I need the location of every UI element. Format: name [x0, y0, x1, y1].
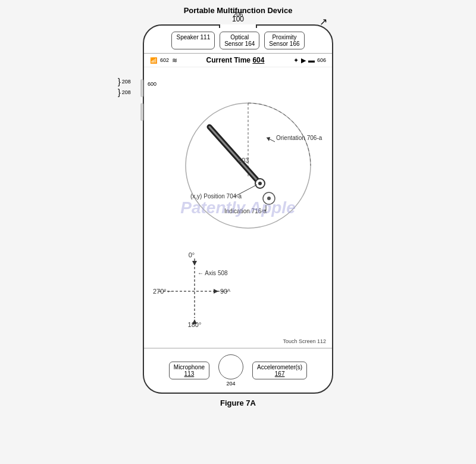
indication-dot [267, 197, 271, 200]
diagram-svg: 203 Orientation 706-a (x,y) Position 704… [150, 73, 326, 276]
phone-top-bar: Speaker 111 OpticalSensor 164 ProximityS… [144, 26, 332, 54]
current-time-label: Current Time [206, 56, 253, 64]
touch-screen-label: Touch Screen 112 [283, 338, 326, 344]
compass-down-arrow [192, 261, 197, 266]
status-right: ✦ ▶ ▬ 606 [293, 57, 326, 64]
bracket-208b: } 208 [118, 88, 131, 97]
position-label: (x,y) Position 704-a [190, 193, 242, 200]
microphone-area: Microphone113 [169, 362, 209, 379]
side-button-top[interactable] [140, 79, 143, 97]
phone-bottom-bar: Microphone113 204 Accelerometer(s)167 [144, 348, 332, 393]
bluetooth-icon: ✦ [293, 57, 299, 64]
label-203: 203 [238, 157, 249, 164]
optical-label: OpticalSensor 164 [220, 32, 259, 49]
play-icon: ▶ [301, 57, 306, 64]
current-time-id: 604 [252, 56, 264, 64]
compass-270: 270°← [153, 288, 173, 295]
status-left: 📶 602 ≋ [150, 57, 177, 64]
signal-label: 602 [160, 57, 169, 63]
side-brackets: } 208 } 208 [118, 77, 131, 97]
bracket-208a: } 208 [118, 77, 131, 86]
home-button-label: 204 [227, 381, 236, 387]
wifi-icon: ≋ [172, 57, 177, 64]
compass-90: 90° [220, 288, 230, 295]
stylus-highlight [209, 127, 260, 183]
accelerometer-label: Accelerometer(s)167 [252, 362, 307, 379]
microphone-label: Microphone113 [169, 362, 209, 379]
axis-label: ← Axis 508 [198, 270, 228, 276]
compass-svg: 0° 180° 270°← 90° ← Ax [150, 253, 239, 330]
orientation-label: Orientation 706-a [276, 135, 322, 141]
label-206: 206 [233, 11, 243, 18]
position-line [234, 185, 257, 197]
signal-icon: 📶 [150, 57, 157, 64]
compass-right-arrow [214, 289, 218, 294]
phone-outline: Speaker 111 OpticalSensor 164 ProximityS… [143, 24, 333, 394]
proximity-label: ProximitySensor 166 [264, 32, 304, 49]
label-600: 600 [148, 81, 156, 87]
bracket-brace-a: } [118, 77, 121, 86]
compass-0: 0° [189, 253, 195, 259]
status-bar: 📶 602 ≋ Current Time 604 ✦ ▶ ▬ 606 [144, 54, 332, 67]
side-button-mid[interactable] [140, 103, 143, 121]
home-button[interactable] [218, 354, 243, 379]
speaker-label: Speaker 111 [171, 32, 215, 49]
battery-icon: ▬ [308, 57, 315, 64]
screen-content: Patently Apple [144, 67, 332, 348]
bracket-brace-b: } [118, 88, 121, 97]
figure-caption: Figure 7A [220, 398, 256, 407]
indication-label: Indication 716-a [224, 208, 267, 214]
phone-wrapper: 206 ↗ } 208 } 208 600 Speaker 111 [143, 24, 333, 394]
compass-area: 0° 180° 270°← 90° ← Ax [150, 253, 239, 330]
home-button-area: 204 [218, 354, 243, 387]
accelerometer-area: Accelerometer(s)167 [252, 362, 307, 379]
status-group-label: 606 [317, 57, 326, 63]
page-container: Portable Multifunction Device 100 206 ↗ … [0, 0, 476, 464]
status-center: Current Time 604 [177, 56, 293, 64]
stylus-tip-dot [258, 182, 262, 185]
